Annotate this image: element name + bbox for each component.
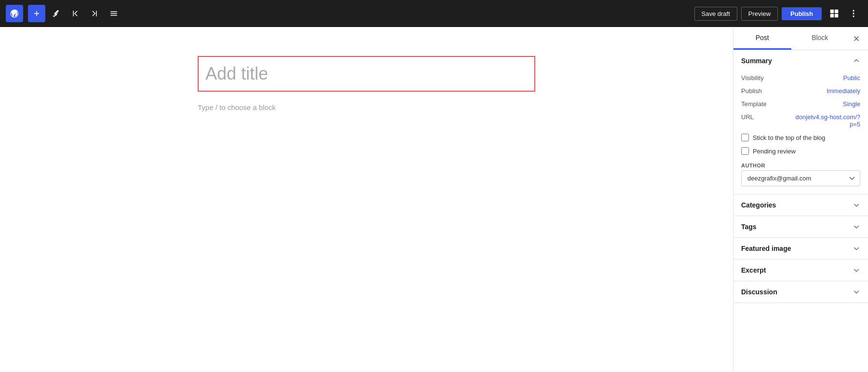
template-label: Template — [741, 100, 775, 108]
pending-review-label: Pending review — [753, 148, 796, 155]
stick-to-top-row: Stick to the top of the blog — [741, 131, 860, 144]
summary-chevron-icon — [853, 57, 860, 65]
sidebar-tabs: Post Block — [733, 27, 868, 50]
excerpt-section: Excerpt — [733, 260, 868, 281]
editor-content: Type / to choose a block — [198, 56, 535, 111]
template-value[interactable]: Single — [843, 100, 860, 108]
editor-area: Type / to choose a block — [0, 27, 733, 372]
featured-image-header[interactable]: Featured image — [733, 238, 868, 259]
discussion-section: Discussion — [733, 281, 868, 303]
visibility-label: Visibility — [741, 74, 775, 82]
main-layout: Type / to choose a block Post Block Summ… — [0, 0, 868, 372]
preview-button[interactable]: Preview — [741, 7, 778, 21]
tools-button[interactable] — [47, 5, 65, 22]
svg-rect-0 — [830, 10, 834, 14]
stick-to-top-label: Stick to the top of the blog — [753, 134, 825, 141]
summary-body: Visibility Public Publish Immediately Te… — [733, 71, 868, 194]
publish-button[interactable]: Publish — [782, 7, 822, 20]
svg-rect-1 — [835, 10, 839, 14]
discussion-chevron-icon — [853, 288, 860, 296]
options-icon — [849, 9, 858, 18]
pending-review-row: Pending review — [741, 144, 860, 158]
excerpt-header[interactable]: Excerpt — [733, 260, 868, 281]
options-button[interactable] — [845, 5, 862, 22]
title-input[interactable] — [205, 62, 528, 86]
block-hint: Type / to choose a block — [198, 103, 276, 111]
wp-logo-icon — [10, 9, 19, 18]
add-block-button[interactable] — [28, 5, 45, 22]
save-draft-button[interactable]: Save draft — [694, 7, 737, 21]
author-select[interactable]: deezgrafix@gmail.com — [741, 170, 860, 186]
block-row: Type / to choose a block — [198, 101, 535, 111]
publish-value[interactable]: Immediately — [827, 87, 860, 95]
visibility-row: Visibility Public — [741, 71, 860, 84]
tags-chevron-icon — [853, 223, 860, 231]
publish-label: Publish — [741, 87, 775, 95]
publish-row: Publish Immediately — [741, 84, 860, 97]
author-label: AUTHOR — [741, 158, 860, 170]
tags-header[interactable]: Tags — [733, 216, 868, 237]
categories-section: Categories — [733, 194, 868, 216]
sidebar-close-button[interactable] — [849, 31, 864, 46]
toolbar: Save draft Preview Publish — [0, 0, 868, 27]
tab-post[interactable]: Post — [733, 27, 791, 50]
settings-button[interactable] — [826, 5, 843, 22]
categories-chevron-icon — [853, 201, 860, 209]
svg-point-4 — [853, 10, 854, 12]
sidebar: Post Block Summary Visibility Public — [733, 27, 868, 372]
plus-icon — [32, 9, 41, 18]
tags-title: Tags — [741, 223, 757, 231]
list-icon — [109, 9, 118, 18]
close-icon — [852, 34, 861, 43]
svg-rect-2 — [830, 14, 834, 18]
discussion-header[interactable]: Discussion — [733, 281, 868, 303]
categories-title: Categories — [741, 201, 776, 209]
summary-header[interactable]: Summary — [733, 50, 868, 71]
document-overview-button[interactable] — [105, 5, 122, 22]
featured-image-section: Featured image — [733, 238, 868, 260]
summary-title: Summary — [741, 57, 772, 65]
template-row: Template Single — [741, 97, 860, 110]
stick-to-top-checkbox[interactable] — [741, 134, 749, 141]
excerpt-title: Excerpt — [741, 266, 766, 274]
excerpt-chevron-icon — [853, 266, 860, 274]
tags-section: Tags — [733, 216, 868, 238]
undo-button[interactable] — [67, 5, 84, 22]
title-wrapper — [198, 56, 535, 92]
featured-image-chevron-icon — [853, 245, 860, 252]
svg-rect-3 — [835, 14, 839, 18]
svg-point-5 — [853, 13, 854, 14]
redo-icon — [90, 9, 99, 18]
undo-icon — [71, 9, 80, 18]
tools-icon — [52, 9, 60, 18]
svg-point-6 — [853, 15, 854, 17]
summary-section: Summary Visibility Public Publish Immedi… — [733, 50, 868, 194]
url-row: URL donjetv4.sg-host.com/?p=5 — [741, 110, 860, 131]
wp-logo — [6, 5, 23, 22]
featured-image-title: Featured image — [741, 245, 791, 252]
discussion-title: Discussion — [741, 288, 777, 296]
tab-block[interactable]: Block — [791, 27, 849, 50]
categories-header[interactable]: Categories — [733, 194, 868, 216]
visibility-value[interactable]: Public — [843, 74, 860, 82]
url-label: URL — [741, 113, 775, 121]
settings-icon — [829, 9, 839, 18]
url-value[interactable]: donjetv4.sg-host.com/?p=5 — [793, 113, 860, 128]
redo-button[interactable] — [86, 5, 103, 22]
pending-review-checkbox[interactable] — [741, 147, 749, 155]
